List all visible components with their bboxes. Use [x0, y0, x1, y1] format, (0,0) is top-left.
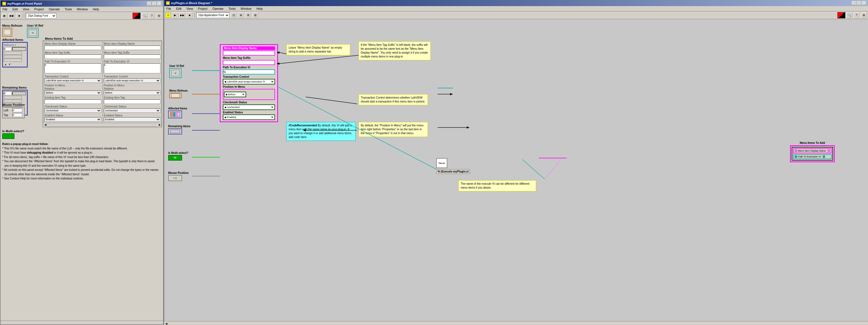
col1-path-textarea[interactable]: % [44, 63, 101, 73]
terminal-tag-suffix-input[interactable] [223, 60, 275, 65]
remaining-item-1[interactable] [4, 96, 22, 99]
diag-mouse-position-ctrl[interactable]: 128 [168, 175, 182, 181]
run-continuously-button[interactable]: ▶▶ [9, 13, 15, 19]
help-button[interactable]: ? [149, 13, 155, 19]
diag-search-button[interactable]: 🔍 [846, 12, 852, 18]
diag-abort-button[interactable]: ■ [186, 12, 193, 18]
terminal-path-label: Path To Execution VI [223, 66, 275, 69]
diag-tool4[interactable]: ⊞ [252, 12, 258, 18]
diag-font-selector[interactable]: 15pt Application Font [196, 12, 229, 18]
affected-item-3[interactable] [4, 59, 22, 62]
terminal-path-input[interactable] [223, 69, 275, 75]
col1-existing-tag-input[interactable] [44, 99, 101, 104]
col2-display-name-input[interactable] [104, 46, 161, 50]
file-txt-icon[interactable]: File.txt [436, 158, 447, 168]
terminal-transaction-dropdown[interactable]: ◆ LabVIEW auto-wraps execution VI [223, 79, 275, 84]
diagram-scrollbar[interactable]: ◀ [164, 321, 868, 325]
color-tool[interactable] [133, 13, 141, 19]
terminal-checkmark-dropdown[interactable]: ◆ Unchecked [223, 105, 275, 110]
menu-help[interactable]: Help [92, 7, 100, 11]
col2-checkmark-select[interactable]: Unchecked [104, 108, 161, 113]
diag-tool2[interactable]: ⊕ [238, 12, 244, 18]
maximize-button[interactable]: □ [152, 2, 156, 5]
menu-refnum-ctrl[interactable] [2, 28, 12, 37]
diag-user-vi-ref-ctrl[interactable]: VI [169, 68, 182, 78]
col1-display-name-input[interactable] [44, 46, 101, 50]
diagram-maximize-button[interactable]: □ [857, 1, 861, 5]
menu-window[interactable]: Window [76, 7, 89, 11]
diag-is-multiselect-ctrl[interactable]: TF [168, 155, 182, 160]
close-button[interactable]: ✕ [157, 2, 161, 5]
col1-checkmark-select[interactable]: Unchecked [44, 108, 101, 113]
affected-items-element[interactable] [12, 47, 26, 51]
diag-remaining-items-ctrl[interactable] [168, 128, 182, 135]
affected-item-2[interactable] [4, 55, 22, 58]
affected-items-index[interactable] [4, 47, 12, 51]
menu-project[interactable]: Project [33, 7, 44, 11]
col2-path-textarea[interactable]: % [104, 63, 161, 73]
remaining-item-2[interactable] [4, 99, 22, 103]
diagram-close-button[interactable]: ✕ [862, 1, 866, 5]
minimize-button[interactable]: ─ [147, 2, 152, 5]
titlebar-buttons[interactable]: ─ □ ✕ [147, 2, 161, 5]
diag-menu-help[interactable]: Help [255, 7, 264, 10]
col2-enabled-select[interactable]: Enabled [104, 117, 161, 122]
diag-menu-tools[interactable]: Tools [227, 7, 237, 10]
diag-menu-refnum-ctrl[interactable] [169, 93, 182, 98]
diag-help-button[interactable]: ? [854, 12, 860, 18]
execute-subvi-label[interactable]: %.\Execute myPlugin.vi [436, 169, 470, 174]
affected-items-up[interactable]: ▲ [4, 62, 7, 66]
menu-edit[interactable]: Edit [12, 7, 19, 11]
diag-menu-operate[interactable]: Operate [212, 7, 224, 10]
diag-menu-file[interactable]: File [165, 7, 172, 10]
is-multiselect-toggle[interactable] [2, 133, 14, 139]
diagram-titlebar-buttons[interactable]: ─ □ ✕ [852, 1, 866, 5]
col1-enabled-select[interactable]: Enabled [44, 117, 101, 122]
terminal-enabled-dropdown[interactable]: ◆ Enabled [223, 114, 275, 120]
menu-file[interactable]: File [2, 7, 8, 11]
terminal-display-name-input[interactable] [223, 51, 275, 56]
col2-tag-suffix-input[interactable] [104, 54, 161, 59]
diag-menu-edit[interactable]: Edit [175, 7, 182, 10]
col1-relative-select[interactable]: Before [44, 91, 101, 95]
menu-tools[interactable]: Tools [64, 7, 73, 11]
scroll-left-btn[interactable]: ◀ [43, 123, 47, 127]
run-button[interactable]: ▶ [2, 13, 8, 19]
col2-existing-tag-input[interactable] [104, 99, 161, 104]
col2-transaction-select[interactable]: LabVIEW auto-wraps execution VI [104, 78, 161, 83]
diag-menu-project[interactable]: Project [197, 7, 208, 10]
affected-items-down[interactable]: ▼ [8, 62, 11, 66]
diag-tool3[interactable]: ⚙ [245, 12, 251, 18]
menu-view[interactable]: View [22, 7, 30, 11]
diagram-minimize-button[interactable]: ─ [852, 1, 856, 5]
scroll-right-btn[interactable]: ▶ [158, 123, 161, 127]
diag-scroll-left[interactable]: ◀ [164, 321, 168, 325]
col1-tag-suffix-input[interactable] [44, 54, 101, 59]
diag-menu-view[interactable]: View [186, 7, 194, 10]
col2-relative-select[interactable]: Before [104, 91, 161, 95]
form-scrollbar[interactable]: ◀ ▶ [43, 123, 161, 127]
remaining-items-label: Remaining Items [2, 86, 28, 89]
remaining-items-index[interactable] [4, 91, 12, 95]
diag-run-button[interactable]: ▶ [172, 12, 178, 18]
comment-execute-vi-text: The name of the execute VI can be differ… [461, 182, 529, 189]
mouse-left-input[interactable] [12, 108, 22, 112]
search-button[interactable]: 🔍 [142, 13, 148, 19]
snap-button[interactable]: ⊞ [156, 13, 162, 19]
col1-transaction-select[interactable]: LabVIEW auto-wraps execution VI [44, 78, 101, 83]
diag-snap-button[interactable]: ⊞ [861, 12, 867, 18]
terminal-position-dropdown[interactable]: ◆ Before [224, 92, 246, 97]
diag-affected-items-ctrl[interactable] [168, 111, 182, 118]
mouse-top-input[interactable] [12, 113, 22, 117]
remaining-items-element[interactable] [12, 91, 26, 95]
user-vi-ref-ctrl[interactable]: VI [27, 28, 38, 38]
menu-operate[interactable]: Operate [48, 7, 61, 11]
diag-color-tool[interactable] [837, 12, 845, 18]
front-panel-scrollbar[interactable] [1, 321, 163, 324]
abort-button[interactable]: ■ [16, 13, 22, 19]
diag-tool1[interactable]: ⊡ [230, 12, 237, 18]
font-selector[interactable]: 15pt Dialog Font [26, 13, 56, 19]
diag-menu-window[interactable]: Window [240, 7, 252, 10]
diag-run-continuously-button[interactable]: ▶▶ [179, 12, 185, 18]
affected-item-1[interactable] [4, 51, 22, 55]
